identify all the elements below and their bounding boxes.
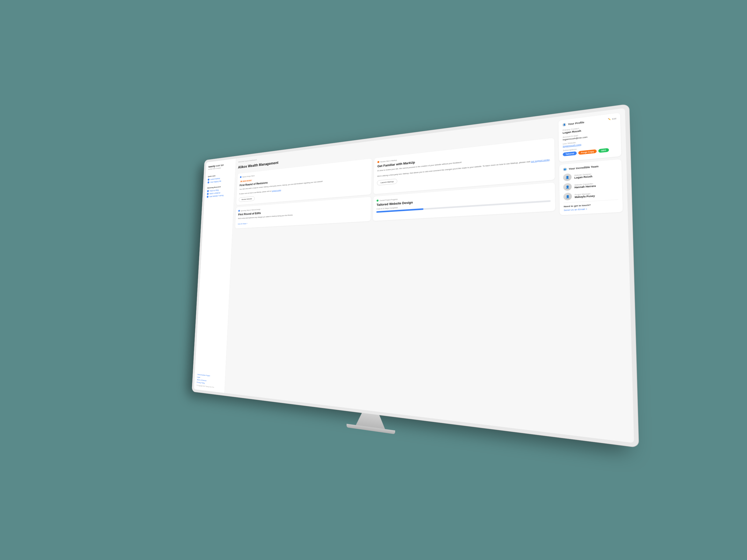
right-panel: 👤 Your Profile ✏️ Edit Primary Contact: … xyxy=(559,108,634,443)
tag-dot xyxy=(240,176,241,178)
link-icon: ↗ xyxy=(208,181,209,183)
profile-card: 👤 Your Profile ✏️ Edit Primary Contact: … xyxy=(559,113,621,162)
link-icon: ↗ xyxy=(208,179,209,181)
cards-grid: Tailored Design Status NEEDS REVIEW Firs… xyxy=(235,138,555,229)
forgecopy-badge: Forge Copy xyxy=(578,149,597,155)
main-content: Welcome to your Dashboard! Alikos Wealth… xyxy=(225,117,563,434)
avatar-img: 👤 xyxy=(564,192,572,201)
tag-dot xyxy=(378,161,380,163)
avatar-img: 👤 xyxy=(564,183,572,191)
avatar: 👤 xyxy=(564,183,572,191)
support-link[interactable]: support center xyxy=(272,189,281,192)
edit-link[interactable]: ✏️ Edit xyxy=(608,117,616,121)
status-badge: NEEDS REVIEW xyxy=(240,179,253,183)
tailored-badge: Tailored xyxy=(563,151,577,156)
logo: twenty over ten an FMG Suite Company xyxy=(208,162,233,170)
member-info: Project Manager Makayla Pusey xyxy=(575,192,595,198)
avatar: 👤 xyxy=(564,192,572,201)
tag-dot xyxy=(377,199,379,202)
team-icon: 👥 xyxy=(563,167,567,171)
seo-badge: SEO xyxy=(598,148,609,153)
view-steps-link[interactable]: View All Steps > xyxy=(238,222,248,225)
avatar: 👤 xyxy=(563,173,572,181)
team-member: 👤 Project Manager Makayla Pusey xyxy=(564,189,618,201)
member-info: Website Designer Logan Roush xyxy=(574,173,592,179)
tag-dot xyxy=(238,210,240,212)
status-dot xyxy=(241,181,242,182)
team-member: 👤 Website Designer Logan Roush xyxy=(563,169,618,181)
launch-markup-button[interactable]: Launch Markup xyxy=(377,179,397,185)
profile-icon: 👤 xyxy=(563,123,566,127)
support-link[interactable]: our support center xyxy=(531,158,549,162)
team-member: 👤 Website Copywriter Hannah Herrera xyxy=(564,180,618,191)
link-icon: ↗ xyxy=(207,196,209,198)
link-icon: ↗ xyxy=(207,190,209,192)
team-card: 👥 Your Incredible Team 👤 Website Designe… xyxy=(559,159,623,215)
avatar-img: 👤 xyxy=(563,173,572,181)
profile-title: 👤 Your Profile xyxy=(563,121,585,127)
member-info: Website Copywriter Hannah Herrera xyxy=(574,182,596,189)
review-website-button[interactable]: Review Website xyxy=(239,196,255,202)
contact-section: Need to get in touch? Send Us an Email > xyxy=(564,199,619,212)
link-icon: ↗ xyxy=(207,193,209,195)
